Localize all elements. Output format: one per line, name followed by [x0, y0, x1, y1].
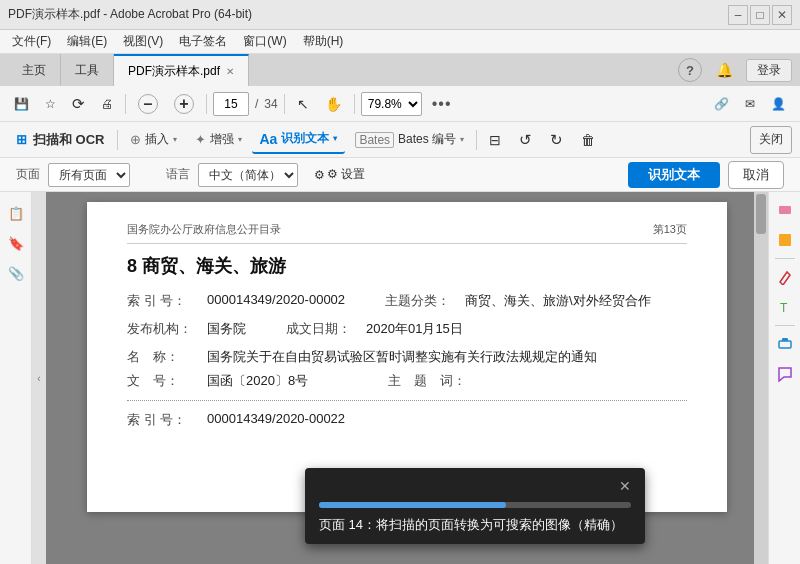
menu-help[interactable]: 帮助(H)	[295, 31, 352, 52]
field-name-row: 名 称： 国务院关于在自由贸易试验区暂时调整实施有关行政法规规定的通知	[127, 348, 687, 366]
settings-icon-btn[interactable]: ⚙ ⚙ 设置	[306, 164, 373, 185]
zoom-out-btn[interactable]: –	[132, 90, 164, 118]
mail-btn[interactable]: ✉	[739, 90, 761, 118]
help-icon-btn[interactable]: ?	[678, 58, 702, 82]
field-group-1: 索 引 号： 000014349/2020-00002 主题分类： 商贸、海关、…	[127, 292, 687, 316]
field-bottom-index-value: 000014349/2020-00022	[207, 411, 345, 429]
user-btn[interactable]: 👤	[765, 90, 792, 118]
sidebar-tool-6[interactable]	[771, 360, 799, 388]
minimize-button[interactable]: –	[728, 5, 748, 25]
field-index-label: 索 引 号：	[127, 292, 207, 310]
title-bar-controls: – □ ✕	[728, 5, 792, 25]
recognize-btn[interactable]: 识别文本	[628, 162, 720, 188]
progress-bar-bg	[319, 502, 631, 508]
stamp-icon	[777, 336, 793, 352]
attachment-icon: 📎	[8, 266, 24, 281]
select-icon: ↖	[297, 96, 309, 112]
recognize-text-btn[interactable]: Aa 识别文本 ▾	[252, 126, 346, 154]
ocr-sep1	[117, 130, 118, 150]
maximize-button[interactable]: □	[750, 5, 770, 25]
bookmark-tool[interactable]: 🔖	[3, 230, 29, 256]
page-number-input[interactable]	[213, 92, 249, 116]
menu-file[interactable]: 文件(F)	[4, 31, 59, 52]
redo-btn[interactable]: ↻	[542, 126, 571, 154]
more-btn[interactable]: •••	[426, 90, 458, 118]
lang-select[interactable]: 中文（简体）	[198, 163, 298, 187]
upload-icon: ⟳	[72, 95, 85, 113]
cancel-btn[interactable]: 取消	[728, 161, 784, 189]
progress-header: ✕	[319, 478, 631, 494]
insert-icon: ⊕	[130, 132, 141, 147]
more2-btn[interactable]: ⊟	[481, 126, 509, 154]
right-sidebar: T	[768, 192, 800, 564]
sidebar-tool-1[interactable]	[771, 196, 799, 224]
zoom-in-btn[interactable]: +	[168, 90, 200, 118]
hand-tool-btn[interactable]: ✋	[319, 90, 348, 118]
gear-icon: ⚙	[314, 168, 325, 182]
sidebar-tool-2[interactable]	[771, 226, 799, 254]
bookmark-icon: 🔖	[8, 236, 24, 251]
tab-close-icon[interactable]: ✕	[226, 66, 234, 77]
save-btn[interactable]: 💾	[8, 90, 35, 118]
zoom-select[interactable]: 79.8% 50% 100% 150%	[361, 92, 422, 116]
user-icon: 👤	[771, 97, 786, 111]
left-tool-panel: 📋 🔖 📎	[0, 192, 32, 564]
svg-rect-3	[779, 341, 791, 348]
login-button[interactable]: 登录	[746, 59, 792, 82]
delete-btn[interactable]: 🗑	[573, 126, 603, 154]
menu-edit[interactable]: 编辑(E)	[59, 31, 115, 52]
pdf-page-header: 国务院办公厅政府信息公开目录 第13页	[127, 222, 687, 244]
menu-esign[interactable]: 电子签名	[171, 31, 235, 52]
link-icon: 🔗	[714, 97, 729, 111]
field-publisher-value: 国务院	[207, 320, 246, 338]
close-button[interactable]: ✕	[772, 5, 792, 25]
field-name-value: 国务院关于在自由贸易试验区暂时调整实施有关行政法规规定的通知	[207, 348, 597, 366]
tab-file[interactable]: PDF演示样本.pdf ✕	[114, 54, 249, 86]
field-bottom-index: 索 引 号： 000014349/2020-00022	[127, 411, 687, 429]
progress-close-icon[interactable]: ✕	[619, 478, 631, 494]
tabs-left: 主页 工具 PDF演示样本.pdf ✕	[8, 54, 249, 86]
select-tool-btn[interactable]: ↖	[291, 90, 315, 118]
star-btn[interactable]: ☆	[39, 90, 62, 118]
field-theme-label: 主题分类：	[385, 292, 465, 310]
field-num-label: 文 号：	[127, 372, 207, 390]
attachment-tool[interactable]: 📎	[3, 260, 29, 286]
copy-tool[interactable]: 📋	[3, 200, 29, 226]
menu-view[interactable]: 视图(V)	[115, 31, 171, 52]
scroll-bar[interactable]	[754, 192, 768, 564]
field-date-value: 2020年01月15日	[366, 320, 463, 338]
upload-btn[interactable]: ⟳	[66, 90, 91, 118]
pen-icon	[777, 269, 793, 285]
link-btn[interactable]: 🔗	[708, 90, 735, 118]
field-date-label: 成文日期：	[286, 320, 366, 338]
ocr-toolbar: ⊞ 扫描和 OCR ⊕ 插入 ▾ ✦ 增强 ▾ Aa 识别文本 ▾ Bates …	[0, 122, 800, 158]
sidebar-tool-3[interactable]	[771, 263, 799, 291]
insert-btn[interactable]: ⊕ 插入 ▾	[122, 126, 185, 154]
save-icon: 💾	[14, 97, 29, 111]
page-select[interactable]: 所有页面	[48, 163, 130, 187]
notify-icon-btn[interactable]: 🔔	[710, 56, 738, 84]
enhance-btn[interactable]: ✦ 增强 ▾	[187, 126, 250, 154]
undo-btn[interactable]: ↺	[511, 126, 540, 154]
enhance-icon: ✦	[195, 132, 206, 147]
print-btn[interactable]: 🖨	[95, 90, 119, 118]
title-bar-text: PDF演示样本.pdf - Adobe Acrobat Pro (64-bit)	[8, 6, 252, 23]
sidebar-tool-5[interactable]	[771, 330, 799, 358]
zoom-out-icon: –	[138, 94, 158, 114]
bates-btn[interactable]: Bates Bates 编号 ▾	[347, 126, 472, 154]
delete-icon: 🗑	[581, 132, 595, 148]
tab-home[interactable]: 主页	[8, 54, 61, 86]
collapse-btn[interactable]: ‹	[32, 192, 46, 564]
field-group-2: 发布机构： 国务院 成文日期： 2020年01月15日	[127, 320, 687, 344]
dotted-divider	[127, 400, 687, 401]
sidebar-tool-4[interactable]: T	[771, 293, 799, 321]
separator2	[206, 94, 207, 114]
menu-bar: 文件(F) 编辑(E) 视图(V) 电子签名 窗口(W) 帮助(H)	[0, 30, 800, 54]
progress-overlay: ✕ 页面 14：将扫描的页面转换为可搜索的图像（精确）	[305, 468, 645, 544]
field-theme: 主题分类： 商贸、海关、旅游\对外经贸合作	[385, 292, 651, 310]
tab-tools[interactable]: 工具	[61, 54, 114, 86]
scroll-thumb[interactable]	[756, 194, 766, 234]
pdf-header-right: 第13页	[653, 222, 687, 237]
close-ocr-btn[interactable]: 关闭	[750, 126, 792, 154]
menu-window[interactable]: 窗口(W)	[235, 31, 294, 52]
